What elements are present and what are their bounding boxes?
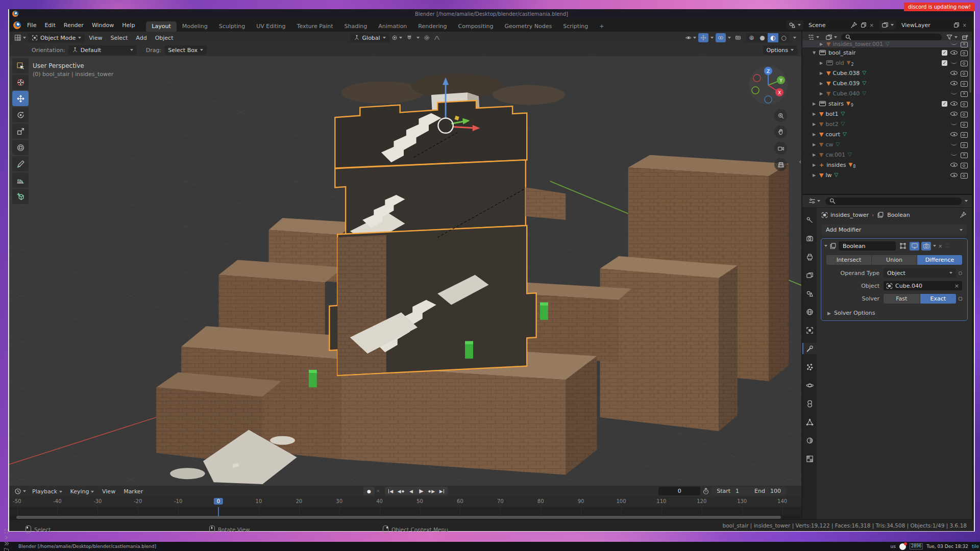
properties-tab-scene[interactable] [802,288,817,299]
editor-type-button[interactable] [12,33,28,42]
expander-icon[interactable]: ▶ [820,71,826,76]
shading-wireframe-button[interactable]: ⊕ [746,33,757,42]
collection-checkbox[interactable]: ✓ [942,60,947,66]
discord-tray-icon[interactable] [899,543,906,550]
disable-render-toggle[interactable] [961,90,968,96]
outliner-row-bot1[interactable]: ▶▼bot1▽ [802,109,972,119]
timeline-menu-view[interactable]: View [98,488,119,495]
outliner-row-court[interactable]: ▶▼court▽ [802,129,972,139]
taskbar-clock[interactable]: Tue, 03 Dec 18:32 [926,544,968,549]
camera-view-button[interactable] [774,142,787,155]
tool-measure[interactable] [12,172,29,188]
proportional-falloff-dropdown[interactable] [432,33,442,42]
disable-render-toggle[interactable] [961,41,968,47]
animate-property-dot[interactable] [959,297,962,300]
overlays-dropdown[interactable] [726,33,733,42]
timeline-menu-playback[interactable]: Playback [28,488,66,495]
outliner-row-cube-038[interactable]: ▶▼Cube.038▽ [802,68,972,78]
disable-render-toggle[interactable] [961,101,968,107]
scene-browse-button[interactable] [786,20,803,30]
scrollbar-handle[interactable] [16,516,781,519]
hide-viewport-toggle[interactable] [950,41,958,47]
properties-tab-physics[interactable] [802,380,817,391]
taskbar-workspace-prev-icon[interactable] [3,534,9,540]
new-collection-icon[interactable] [962,34,969,41]
outliner-row-insides[interactable]: ▶+insides▼8 [802,160,972,170]
expander-icon[interactable]: ▶ [813,173,819,178]
breadcrumb-object[interactable]: insides_tower [830,212,869,218]
expander-icon[interactable]: ▶ [813,102,819,106]
properties-tab-data[interactable] [802,416,817,428]
prev-keyframe-button[interactable]: ◀◆ [396,487,406,495]
workspace-tab-sculpting[interactable]: Sculpting [213,21,251,32]
hide-viewport-toggle[interactable] [950,90,958,96]
properties-tab-view-layer[interactable] [802,269,817,281]
timeline-editor-type-button[interactable] [12,487,28,496]
auto-keying-button[interactable]: ● [363,487,375,495]
timeline-scrollbar[interactable] [9,515,801,519]
visibility-dropdown[interactable] [683,33,698,42]
workspace-tab-geometry-nodes[interactable]: Geometry Nodes [499,21,557,32]
blender-menu-icon[interactable] [13,21,21,29]
operation-union[interactable]: Union [872,255,917,265]
expander-icon[interactable]: ▶ [820,91,826,96]
expander-icon[interactable]: ▶ [813,163,819,167]
taskbar-window-title[interactable]: Blender [/home/amalie/Desktop/blender/ca… [18,544,156,549]
properties-tab-output[interactable] [802,251,817,262]
disable-render-toggle[interactable] [961,152,968,158]
gizmo-dropdown[interactable] [708,33,716,42]
outliner-row-cube-039[interactable]: ▶▼Cube.039▽ [802,78,972,88]
window-titlebar[interactable]: Blender [/home/amalie/Desktop/blender/ca… [9,9,974,18]
expander-icon[interactable]: ▼ [813,51,819,55]
workspace-tab-shading[interactable]: Shading [339,21,373,32]
workspace-tab-layout[interactable]: Layout [146,21,176,32]
tool-annotate[interactable] [12,156,29,171]
clear-object-icon[interactable]: × [954,283,959,289]
menu-file[interactable]: File [23,22,40,29]
3d-viewport[interactable]: User Perspective (0) bool_stair | inside… [9,56,801,486]
workspace-tab-uv-editing[interactable]: UV Editing [251,21,291,32]
breadcrumb-modifier[interactable]: Boolean [887,212,910,218]
solver-fast[interactable]: Fast [884,294,920,304]
outliner-row-bool-stair[interactable]: ▼bool_stair✓ [802,47,972,58]
workspace-tab-compositing[interactable]: Compositing [453,21,499,32]
outliner-row-lw[interactable]: ▶▼lw▽ [802,170,972,180]
hide-viewport-toggle[interactable] [950,162,958,168]
properties-search-input[interactable] [825,197,962,205]
edit-mode-toggle[interactable] [898,242,908,251]
properties-tab-material[interactable] [802,435,817,446]
properties-tab-texture[interactable] [802,453,817,464]
expander-icon[interactable]: ▶ [820,81,826,86]
hide-viewport-toggle[interactable] [950,131,958,137]
menu-edit[interactable]: Edit [40,22,59,29]
copy-icon[interactable] [860,21,867,29]
viewlayer-browse-button[interactable] [879,20,896,30]
pivot-point-dropdown[interactable] [389,33,404,42]
menu-render[interactable]: Render [60,22,88,29]
taskbar-workspace-next-icon[interactable] [3,540,9,546]
expander-icon[interactable]: ▶ [813,153,819,157]
disable-render-toggle[interactable] [961,131,968,137]
mode-dropdown[interactable]: Object Mode [28,33,85,42]
transform-orientation-dropdown[interactable]: Global [350,33,389,42]
viewport-menu-select[interactable]: Select [106,35,132,41]
xray-toggle[interactable] [733,33,743,42]
snap-dropdown[interactable] [414,33,422,42]
pin-icon[interactable] [960,211,967,218]
pan-button[interactable] [774,126,787,138]
disable-render-toggle[interactable] [961,49,968,56]
hide-viewport-toggle[interactable] [950,70,958,76]
hide-viewport-toggle[interactable] [950,49,958,56]
tool-select-box[interactable] [12,58,29,73]
expander-icon[interactable]: ▶ [813,142,819,147]
zoom-button[interactable] [774,109,787,122]
hide-viewport-toggle[interactable] [950,80,958,86]
drag-dropdown[interactable]: Select Box [164,45,207,55]
disable-render-toggle[interactable] [961,70,968,76]
shading-solid-button[interactable]: ● [757,33,768,42]
delete-modifier-icon[interactable]: × [938,243,942,249]
solver-exact[interactable]: Exact [920,294,957,304]
menu-window[interactable]: Window [88,22,118,29]
sidebar-collapse-handle[interactable]: ‹ [799,158,801,165]
properties-tab-object[interactable] [802,324,817,336]
